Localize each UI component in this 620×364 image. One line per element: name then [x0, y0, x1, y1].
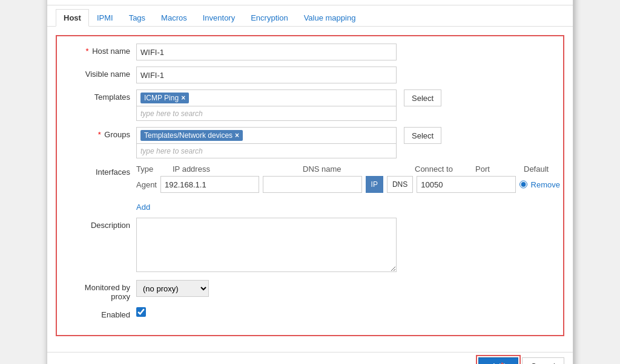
proxy-select[interactable]: (no proxy): [136, 280, 209, 297]
templates-tag-area[interactable]: ICMP Ping ×: [136, 89, 397, 106]
enabled-checkbox[interactable]: [136, 307, 146, 317]
dialog-title: New host: [56, 0, 99, 1]
templates-row: Templates ICMP Ping × type here to searc…: [67, 89, 553, 121]
tab-ipmi[interactable]: IPMI: [89, 9, 121, 27]
tab-bar: Host IPMI Tags Macros Inventory Encrypti…: [47, 5, 573, 27]
iface-dns-header: DNS name: [303, 164, 415, 174]
iface-ip-header: IP address: [173, 164, 303, 174]
description-row: Description: [67, 218, 553, 274]
new-host-dialog: New host × Host IPMI Tags Macros Invento…: [47, 0, 573, 364]
interface-agent-row: Agent IP DNS Remove: [136, 176, 560, 193]
description-control: [136, 218, 553, 274]
template-tag-icmp: ICMP Ping ×: [140, 93, 189, 103]
tab-encryption[interactable]: Encryption: [243, 9, 295, 27]
host-name-label: * Host name: [67, 44, 136, 56]
dialog-body: * Host name Visible name Templates: [47, 27, 573, 352]
iface-port-header: Port: [475, 164, 524, 174]
groups-row: * Groups Templates/Network devices × typ…: [67, 127, 553, 158]
cancel-button[interactable]: Cancel: [522, 357, 564, 364]
visible-name-label: Visible name: [67, 67, 136, 79]
templates-control: ICMP Ping × type here to search Select: [136, 89, 553, 121]
groups-select-button[interactable]: Select: [404, 127, 441, 144]
connect-dns-button[interactable]: DNS: [387, 176, 413, 193]
templates-select-button[interactable]: Select: [404, 89, 441, 106]
tab-host[interactable]: Host: [56, 9, 89, 27]
interface-port-input[interactable]: [417, 176, 515, 193]
templates-label: Templates: [67, 89, 136, 102]
arrow-indicator: ➜: [495, 358, 506, 364]
groups-control: Templates/Network devices × type here to…: [136, 127, 553, 158]
interface-ip-input[interactable]: [160, 176, 259, 193]
proxy-label: Monitored by proxy: [67, 280, 136, 301]
enabled-label: Enabled: [67, 307, 136, 319]
enabled-row: Enabled: [67, 307, 553, 319]
host-name-row: * Host name: [67, 44, 553, 60]
tab-tags[interactable]: Tags: [121, 9, 153, 27]
host-name-control: [136, 44, 553, 60]
iface-default-header: Default: [524, 164, 560, 174]
group-tag-remove[interactable]: ×: [235, 131, 239, 140]
interface-default-radio[interactable]: [519, 180, 527, 189]
add-interface-row: Add: [67, 203, 553, 212]
agent-label: Agent: [136, 180, 157, 189]
interfaces-control: Type IP address DNS name Connect to Port…: [136, 164, 560, 197]
tab-inventory[interactable]: Inventory: [195, 9, 243, 27]
interfaces-label: Interfaces: [67, 164, 136, 177]
interfaces-column-headers: Type IP address DNS name Connect to Port…: [136, 164, 560, 174]
visible-name-control: [136, 67, 553, 83]
groups-search-placeholder: type here to search: [140, 146, 203, 157]
interfaces-row: Interfaces Type IP address DNS name Conn…: [67, 164, 553, 197]
tab-value-mapping[interactable]: Value mapping: [296, 9, 364, 27]
interface-dns-input[interactable]: [263, 176, 361, 193]
dialog-footer: ➜ Add Cancel: [47, 352, 573, 364]
templates-search-placeholder: type here to search: [140, 108, 203, 119]
groups-label: * Groups: [67, 127, 136, 139]
required-star: *: [85, 47, 88, 56]
tab-macros[interactable]: Macros: [153, 9, 195, 27]
description-label: Description: [67, 218, 136, 230]
groups-required-star: *: [98, 130, 101, 139]
visible-name-input[interactable]: [136, 67, 397, 83]
proxy-row: Monitored by proxy (no proxy): [67, 280, 553, 301]
dialog-header: New host ×: [47, 0, 573, 5]
add-interface-link[interactable]: Add: [136, 203, 150, 212]
connect-ip-button[interactable]: IP: [366, 176, 383, 193]
visible-name-row: Visible name: [67, 67, 553, 83]
close-button[interactable]: ×: [559, 0, 564, 1]
proxy-control: (no proxy): [136, 280, 553, 297]
template-tag-remove[interactable]: ×: [181, 94, 185, 102]
host-form-section: * Host name Visible name Templates: [56, 35, 564, 336]
host-name-input[interactable]: [136, 44, 397, 60]
iface-type-header: Type: [136, 164, 173, 174]
iface-connect-header: Connect to: [415, 164, 475, 174]
description-textarea[interactable]: [136, 218, 397, 272]
enabled-control: [136, 307, 553, 317]
groups-tag-area[interactable]: Templates/Network devices ×: [136, 127, 397, 144]
group-tag-network-devices: Templates/Network devices ×: [140, 130, 243, 141]
interface-remove-link[interactable]: Remove: [531, 180, 560, 189]
